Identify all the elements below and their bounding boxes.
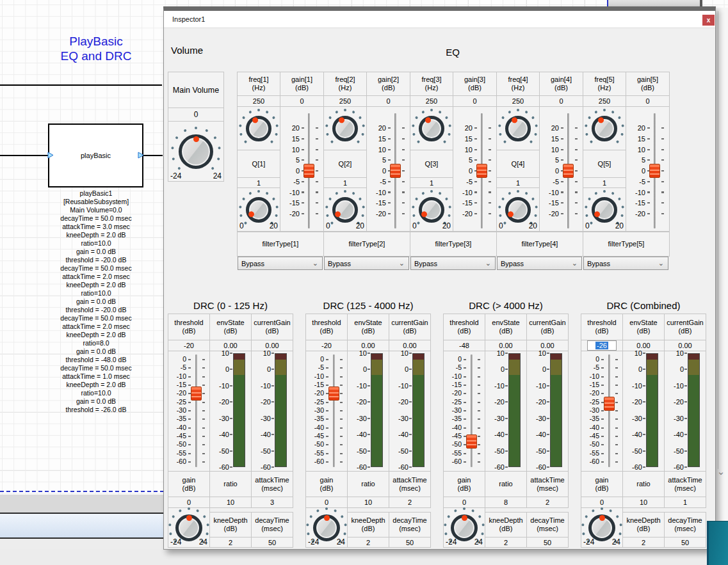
currentgain-meter-cell: 100-10-20-30-40-50-60: [664, 351, 706, 472]
kneedepth-value[interactable]: 2: [209, 537, 252, 548]
main-volume-knob[interactable]: [168, 124, 223, 179]
q-knob-cell: 020: [496, 187, 540, 232]
filter-type-dropdown[interactable]: Bypass⌄: [238, 257, 323, 270]
kneedepth-value[interactable]: 2: [485, 537, 527, 548]
q-value[interactable]: 1: [583, 177, 626, 188]
q-label: Q[2]: [323, 150, 367, 178]
eq-band-2: freq[2](Hz) 250 Q[2] 1 020 gain[2](dB) 0…: [323, 72, 410, 271]
scroll-down-chevron-icon[interactable]: ⌄: [715, 466, 727, 477]
threshold-value[interactable]: -48: [443, 340, 485, 351]
main-volume-value[interactable]: 0: [168, 107, 224, 122]
scrollbar-track-line: [718, 11, 718, 469]
gain-slider-cell: 20151050-5-10-15-20: [539, 106, 583, 232]
freq-value[interactable]: 250: [410, 95, 453, 107]
ratio-value[interactable]: 10: [209, 497, 252, 508]
freq-knob[interactable]: [410, 107, 453, 150]
ratio-value[interactable]: 8: [485, 497, 527, 508]
volume-heading: Volume: [171, 45, 203, 56]
gain-value[interactable]: 0: [581, 497, 623, 508]
threshold-header: threshold(dB): [443, 314, 485, 340]
q-value[interactable]: 1: [496, 177, 540, 188]
q-value[interactable]: 1: [237, 177, 280, 188]
threshold-edit-input[interactable]: -26: [587, 340, 617, 351]
meter-scale: 100-10-20-30-40-50-60: [252, 349, 271, 472]
gain-value[interactable]: 0: [366, 95, 410, 107]
attacktime-value[interactable]: 3: [251, 497, 293, 508]
playbasic-block[interactable]: playBasic: [48, 123, 143, 187]
decaytime-value[interactable]: 50: [389, 537, 431, 548]
gain-value[interactable]: 0: [168, 497, 210, 508]
filter-type-dropdown[interactable]: Bypass⌄: [324, 257, 409, 270]
threshold-slider-track: [333, 354, 335, 467]
gain-slider-handle[interactable]: [303, 164, 314, 178]
titlebar[interactable]: Inspector1: [164, 11, 715, 28]
q-value[interactable]: 1: [323, 177, 367, 188]
meter-scale: 100-10-20-30-40-50-60: [210, 349, 229, 472]
gain-slider-handle[interactable]: [476, 164, 487, 178]
gain-slider-handle[interactable]: [390, 164, 401, 178]
decaytime-value[interactable]: 50: [251, 537, 293, 548]
meter-scale: 100-10-20-30-40-50-60: [389, 349, 408, 472]
threshold-slider-handle[interactable]: [604, 397, 615, 411]
eq-band-4: freq[4](Hz) 250 Q[4] 1 020 gain[4](dB) 0…: [496, 72, 583, 271]
drc-heading: DRC (> 4000 Hz): [443, 300, 569, 311]
filter-type-dropdown[interactable]: Bypass⌄: [410, 257, 496, 270]
threshold-slider-handle[interactable]: [328, 386, 339, 401]
filter-type-dropdown[interactable]: Bypass⌄: [583, 257, 668, 270]
gain-value[interactable]: 0: [280, 95, 324, 107]
envstate-header: envState(dB): [209, 314, 252, 340]
freq-value[interactable]: 250: [496, 95, 540, 107]
gain-value[interactable]: 0: [626, 95, 670, 107]
decaytime-value[interactable]: 50: [526, 537, 569, 548]
decaytime-header: decayTime(msec): [526, 512, 569, 537]
freq-value[interactable]: 250: [583, 95, 626, 107]
diagram-title-line1: PlayBasic: [13, 34, 179, 49]
gain-scale: 20151050-5-10-15-20: [540, 123, 559, 218]
freq-knob[interactable]: [583, 107, 626, 150]
filter-type-label: filterType[1]: [237, 232, 324, 257]
q-value[interactable]: 1: [410, 177, 453, 188]
freq-knob[interactable]: [238, 107, 280, 150]
threshold-value[interactable]: -20: [168, 340, 210, 351]
attacktime-value[interactable]: 2: [389, 497, 431, 508]
gain-slider-cell: 20151050-5-10-15-20: [453, 106, 497, 232]
kneedepth-header: kneeDepth(dB): [347, 512, 389, 537]
filter-type-dropdown[interactable]: Bypass⌄: [497, 257, 582, 270]
q-knob-cell: 020: [583, 187, 626, 232]
gain-slider-handle[interactable]: [563, 164, 574, 178]
kneedepth-header: kneeDepth(dB): [622, 512, 665, 537]
main-volume-knob-cell: -24 24: [168, 121, 224, 182]
threshold-slider-handle[interactable]: [466, 434, 477, 449]
threshold-slider-handle[interactable]: [191, 386, 202, 401]
kneedepth-value[interactable]: 2: [622, 537, 665, 548]
gain-scale: 20151050-5-10-15-20: [453, 123, 473, 218]
filter-type-label: filterType[3]: [410, 232, 497, 257]
gain-value[interactable]: 0: [453, 95, 497, 107]
eq-band-3: freq[3](Hz) 250 Q[3] 1 020 gain[3](dB) 0…: [410, 72, 497, 271]
window-title: Inspector1: [172, 11, 205, 28]
envstate-header: envState(dB): [622, 314, 665, 340]
kneedepth-value[interactable]: 2: [347, 537, 389, 548]
threshold-header: threshold(dB): [581, 314, 623, 340]
gain-value[interactable]: 0: [443, 497, 485, 508]
freq-value[interactable]: 250: [237, 95, 280, 107]
decaytime-value[interactable]: 50: [664, 537, 706, 548]
threshold-slider-cell: 0-5-10-15-20-25-30-35-40-45-50-55-60: [581, 351, 623, 472]
gain-value[interactable]: 0: [305, 497, 348, 508]
threshold-value[interactable]: -20: [305, 340, 348, 351]
attacktime-value[interactable]: 1: [664, 497, 706, 508]
freq-value[interactable]: 250: [323, 95, 367, 107]
freq-knob[interactable]: [324, 107, 366, 150]
ratio-header: ratio: [622, 471, 665, 497]
ratio-value[interactable]: 10: [347, 497, 389, 508]
tick-marks: [316, 127, 318, 215]
gain-value[interactable]: 0: [539, 95, 583, 107]
offpage-strip: [0, 495, 164, 513]
drc-group-combined: DRC (Combined) threshold(dB) envState(dB…: [581, 291, 706, 548]
gain-slider-handle[interactable]: [649, 164, 660, 178]
ratio-value[interactable]: 10: [622, 497, 665, 508]
close-icon[interactable]: x: [702, 15, 715, 26]
main-volume-panel: Main Volume 0 -24 24: [168, 72, 224, 182]
attacktime-value[interactable]: 2: [526, 497, 569, 508]
freq-knob[interactable]: [497, 107, 539, 150]
